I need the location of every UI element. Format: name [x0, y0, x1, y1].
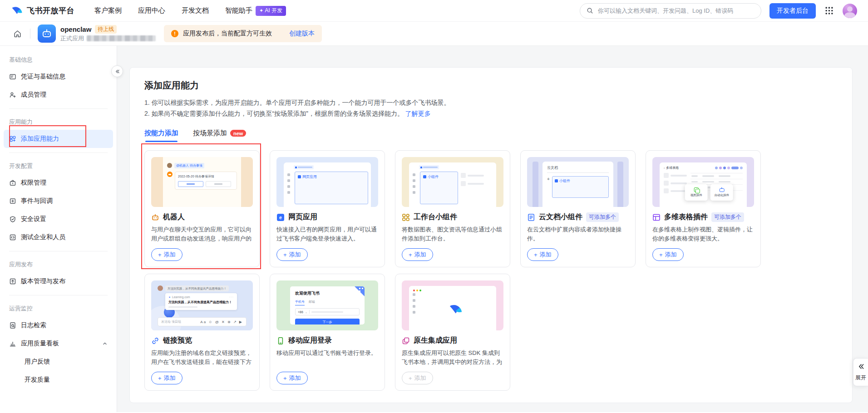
plus-icon: + — [158, 251, 162, 258]
preview-side-strip — [617, 162, 623, 207]
workplace-widget-preview-image: 小组件 — [402, 157, 503, 207]
capability-card-robot-wrap: @机器人 待办事项 2022-05-20 待办事项详情 — [144, 150, 260, 267]
expand-label: 展开 — [855, 374, 866, 382]
page-title: 添加应用能力 — [144, 79, 838, 92]
search-box[interactable] — [580, 3, 761, 19]
webapp-icon: e — [276, 213, 285, 221]
sidebar-collapse-button[interactable] — [111, 65, 123, 77]
native-integration-preview-image — [402, 280, 503, 330]
code-test-icon — [9, 234, 16, 241]
sidebar-item-events[interactable]: 事件与回调 — [4, 192, 113, 210]
sidebar-item-version-release[interactable]: 版本管理与发布 — [4, 272, 113, 290]
preview-message-input: 发送给 项目组 Aa ☺ @ ✕ ⊕ ↗ ▶ — [158, 317, 247, 326]
card-description: 快速接入已有的网页应用，用户可以通过飞书客户端免登录快速进入。 — [276, 225, 378, 243]
nav-item-docs[interactable]: 开发文档 — [182, 6, 209, 15]
preview-login-card: 欢迎使用飞书 手机号 邮箱 +86 ⌄ 下一步 — [290, 286, 365, 324]
capability-card-native-integration[interactable]: 原生集成应用 原生集成应用可以把原生 SDK 集成到飞书本地，并调用其中的对应方… — [395, 274, 510, 391]
page-description: 1. 你可以根据实际需求，为应用开启能力。单个应用可开启多种能力，一个能力可用于… — [144, 97, 838, 119]
add-robot-button[interactable]: +添加 — [151, 248, 182, 261]
robot-icon — [151, 213, 159, 221]
preview-feishu-logo — [418, 291, 493, 328]
section-title-operations: 运营监控 — [0, 300, 117, 316]
add-native-integration-button-disabled[interactable]: +添加 — [402, 372, 433, 384]
app-grid-icon[interactable] — [824, 5, 834, 16]
preview-email-tab: 邮箱 — [309, 300, 315, 305]
capability-card-bitable-plugin[interactable]: ‹ 多维表格 — [646, 150, 761, 267]
permission-icon — [9, 179, 16, 187]
create-version-link[interactable]: 创建版本 — [289, 30, 315, 38]
capability-card-workplace-widget[interactable]: 小组件 — [395, 150, 510, 267]
sidebar-item-test-org[interactable]: 测试企业和人员 — [4, 228, 113, 246]
security-shield-icon — [9, 216, 16, 223]
sidebar-item-dev-quality[interactable]: 开发质量 — [4, 371, 113, 389]
brand-logo[interactable]: 飞书开放平台 — [11, 5, 74, 16]
card-title-label: 多维表格插件 — [664, 212, 708, 222]
redacted-org-name — [87, 35, 156, 41]
preview-message-card: 2022-05-20 待办事项详情 — [175, 172, 237, 190]
nav-item-assistant[interactable]: 智能助手 ✦ AI 开发 — [225, 6, 286, 16]
card-title-label: 机器人 — [163, 212, 185, 222]
preview-icon-rail — [412, 172, 418, 204]
preview-collaborator-dots — [715, 167, 743, 169]
card-description: 与用户在聊天中交互的应用，它可以向用户或群组自动发送消息，响应用户的消… — [151, 225, 253, 243]
link-preview-image: 方法到实践，从不同角度提高产品思维能力！ ✦ Learning.com ··· … — [151, 280, 253, 330]
capability-card-docs-widget[interactable]: 云文档 + 小组件 — [520, 150, 636, 267]
add-mobile-login-button[interactable]: +添加 — [276, 372, 308, 384]
search-input[interactable] — [597, 7, 755, 15]
nav-item-app-center[interactable]: 应用中心 — [138, 6, 165, 15]
add-link-preview-button[interactable]: +添加 — [151, 372, 182, 384]
plus-icon: + — [659, 251, 663, 258]
capability-card-robot[interactable]: @机器人 待办事项 2022-05-20 待办事项详情 — [144, 150, 260, 267]
preview-next-button: 下一步 — [295, 319, 360, 324]
preview-icon-rail — [412, 291, 418, 328]
user-avatar[interactable] — [843, 4, 857, 18]
section-title-capabilities: 应用能力 — [0, 113, 117, 130]
sidebar-item-add-capability[interactable]: 添加应用能力 — [4, 130, 113, 148]
card-title-label: 原生集成应用 — [414, 336, 457, 345]
sidebar-item-user-feedback[interactable]: 用户反馈 — [4, 353, 113, 371]
add-workplace-widget-button[interactable]: +添加 — [402, 248, 433, 261]
preview-bot-avatar — [167, 172, 173, 177]
robot-preview-image: @机器人 待办事项 2022-05-20 待办事项详情 — [151, 157, 253, 207]
add-docs-widget-button[interactable]: +添加 — [527, 248, 558, 261]
sidebar-item-security[interactable]: 安全设置 — [4, 210, 113, 228]
add-bitable-plugin-button[interactable]: +添加 — [652, 248, 684, 261]
mobile-login-preview-image: 欢迎使用飞书 手机号 邮箱 +86 ⌄ 下一步 — [276, 280, 378, 330]
svg-text:e: e — [279, 214, 282, 220]
preview-webapp-area: 网页应用 — [295, 172, 368, 204]
capability-card-webapp[interactable]: 网页应用 e 网页应用 快速接入已有的网页应用，用户可以通过飞书客户端免登录快速… — [270, 150, 385, 267]
tab-by-capability[interactable]: 按能力添加 — [144, 129, 178, 142]
developer-console-button[interactable]: 开发者后台 — [769, 3, 816, 19]
sidebar-item-credentials[interactable]: 凭证与基础信息 — [4, 68, 113, 86]
preview-phone-input: +86 ⌄ — [295, 308, 360, 315]
tab-by-scenario[interactable]: 按场景添加 new — [193, 129, 246, 142]
right-panel-expand-button[interactable]: 展开 — [853, 358, 868, 386]
sidebar-divider — [9, 108, 108, 109]
capability-card-mobile-login[interactable]: 欢迎使用飞书 手机号 邮箱 +86 ⌄ 下一步 — [270, 274, 385, 391]
sidebar-item-members[interactable]: 成员管理 — [4, 86, 113, 104]
capability-tabs: 按能力添加 按场景添加 new — [144, 129, 838, 142]
card-title-label: 网页应用 — [288, 212, 317, 222]
card-title-label: 移动应用登录 — [288, 336, 332, 345]
plus-icon: + — [534, 251, 538, 258]
add-webapp-button[interactable]: +添加 — [276, 248, 308, 261]
card-description: 移动应用可以通过飞书账号进行登录。 — [276, 349, 378, 367]
nav-item-cases[interactable]: 客户案例 — [94, 6, 122, 15]
preview-browser-tab — [294, 165, 314, 169]
sidebar-item-permissions[interactable]: 权限管理 — [4, 174, 113, 192]
section-title-dev-config: 开发配置 — [0, 157, 117, 174]
sidebar-item-quality-board[interactable]: 应用质量看板 — [4, 334, 113, 353]
credential-icon — [9, 73, 16, 80]
sidebar-item-log-search[interactable]: 日志检索 — [4, 316, 113, 334]
app-meta: openclaw 待上线 正式应用 — [60, 25, 156, 43]
learn-more-link[interactable]: 了解更多 — [405, 110, 431, 117]
card-title-label: 云文档小组件 — [539, 212, 582, 222]
more-icon: ··· — [229, 295, 234, 299]
webapp-preview-image: 网页应用 — [276, 157, 378, 207]
member-icon — [9, 91, 16, 98]
ai-dev-badge: ✦ AI 开发 — [256, 6, 286, 16]
capability-card-link-preview[interactable]: 方法到实践，从不同角度提高产品思维能力！ ✦ Learning.com ··· … — [144, 274, 260, 391]
link-icon — [151, 337, 159, 345]
home-button[interactable] — [10, 26, 25, 41]
chevron-up-icon[interactable] — [102, 341, 108, 346]
